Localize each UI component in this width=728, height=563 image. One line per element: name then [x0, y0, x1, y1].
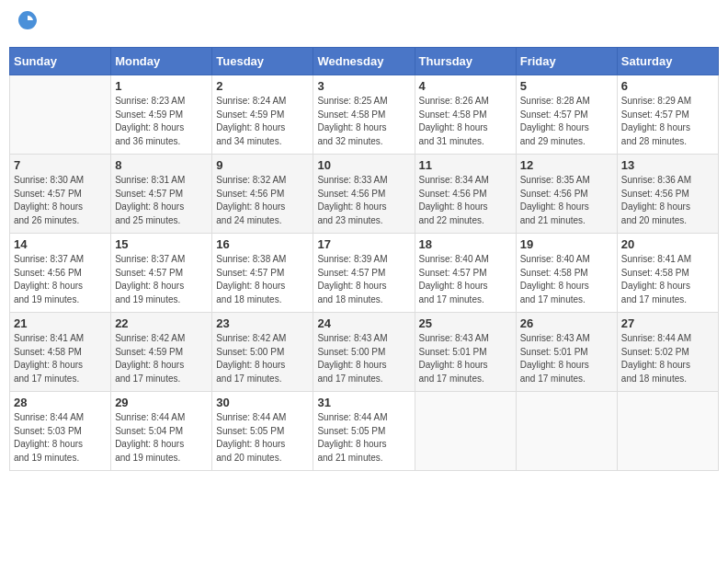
calendar-cell: 12Sunrise: 8:35 AM Sunset: 4:56 PM Dayli… — [516, 155, 617, 234]
calendar-week-row: 28Sunrise: 8:44 AM Sunset: 5:03 PM Dayli… — [10, 392, 719, 471]
day-number: 29 — [115, 396, 208, 409]
calendar-week-row: 21Sunrise: 8:41 AM Sunset: 4:58 PM Dayli… — [10, 313, 719, 392]
day-info: Sunrise: 8:32 AM Sunset: 4:56 PM Dayligh… — [216, 174, 309, 227]
calendar-cell: 25Sunrise: 8:43 AM Sunset: 5:01 PM Dayli… — [415, 313, 516, 392]
day-info: Sunrise: 8:37 AM Sunset: 4:57 PM Dayligh… — [115, 253, 208, 306]
day-info: Sunrise: 8:38 AM Sunset: 4:57 PM Dayligh… — [216, 253, 309, 306]
day-info: Sunrise: 8:43 AM Sunset: 5:01 PM Dayligh… — [520, 332, 613, 385]
day-info: Sunrise: 8:41 AM Sunset: 4:58 PM Dayligh… — [621, 253, 714, 306]
calendar-cell — [617, 392, 718, 471]
calendar-cell: 29Sunrise: 8:44 AM Sunset: 5:04 PM Dayli… — [111, 392, 212, 471]
day-info: Sunrise: 8:44 AM Sunset: 5:05 PM Dayligh… — [317, 411, 410, 465]
day-number: 9 — [216, 158, 309, 172]
calendar-cell: 3Sunrise: 8:25 AM Sunset: 4:58 PM Daylig… — [313, 75, 415, 155]
day-info: Sunrise: 8:36 AM Sunset: 4:56 PM Dayligh… — [621, 174, 714, 227]
page-header — [9, 9, 719, 40]
day-number: 12 — [520, 158, 613, 172]
calendar-cell: 7Sunrise: 8:30 AM Sunset: 4:57 PM Daylig… — [10, 155, 111, 234]
logo — [13, 9, 40, 40]
calendar-cell — [415, 392, 516, 471]
day-header-thursday: Thursday — [415, 48, 516, 75]
day-number: 18 — [419, 237, 512, 251]
day-info: Sunrise: 8:41 AM Sunset: 4:58 PM Dayligh… — [14, 332, 107, 385]
day-info: Sunrise: 8:34 AM Sunset: 4:56 PM Dayligh… — [419, 174, 512, 227]
calendar-cell: 11Sunrise: 8:34 AM Sunset: 4:56 PM Dayli… — [415, 155, 516, 234]
day-number: 3 — [317, 79, 410, 93]
day-number: 10 — [317, 158, 410, 172]
day-header-sunday: Sunday — [10, 48, 111, 75]
day-number: 14 — [14, 237, 107, 251]
calendar-cell: 16Sunrise: 8:38 AM Sunset: 4:57 PM Dayli… — [212, 234, 313, 313]
day-info: Sunrise: 8:31 AM Sunset: 4:57 PM Dayligh… — [115, 174, 208, 227]
day-number: 17 — [317, 237, 410, 251]
calendar-table: SundayMondayTuesdayWednesdayThursdayFrid… — [9, 47, 719, 471]
day-info: Sunrise: 8:40 AM Sunset: 4:57 PM Dayligh… — [419, 253, 512, 306]
calendar-cell: 22Sunrise: 8:42 AM Sunset: 4:59 PM Dayli… — [111, 313, 212, 392]
day-info: Sunrise: 8:42 AM Sunset: 4:59 PM Dayligh… — [115, 332, 208, 385]
day-header-saturday: Saturday — [617, 48, 718, 75]
day-number: 25 — [419, 316, 512, 330]
day-info: Sunrise: 8:43 AM Sunset: 5:00 PM Dayligh… — [317, 332, 410, 385]
calendar-week-row: 14Sunrise: 8:37 AM Sunset: 4:56 PM Dayli… — [10, 234, 719, 313]
day-number: 28 — [14, 396, 107, 409]
day-info: Sunrise: 8:44 AM Sunset: 5:03 PM Dayligh… — [14, 411, 107, 465]
day-info: Sunrise: 8:39 AM Sunset: 4:57 PM Dayligh… — [317, 253, 410, 306]
calendar-cell: 15Sunrise: 8:37 AM Sunset: 4:57 PM Dayli… — [111, 234, 212, 313]
calendar-cell: 23Sunrise: 8:42 AM Sunset: 5:00 PM Dayli… — [212, 313, 313, 392]
day-info: Sunrise: 8:43 AM Sunset: 5:01 PM Dayligh… — [419, 332, 512, 385]
calendar-cell: 21Sunrise: 8:41 AM Sunset: 4:58 PM Dayli… — [10, 313, 111, 392]
day-number: 16 — [216, 237, 309, 251]
day-number: 1 — [115, 79, 208, 93]
day-info: Sunrise: 8:30 AM Sunset: 4:57 PM Dayligh… — [14, 174, 107, 227]
day-number: 8 — [115, 158, 208, 172]
calendar-cell: 24Sunrise: 8:43 AM Sunset: 5:00 PM Dayli… — [313, 313, 415, 392]
day-info: Sunrise: 8:24 AM Sunset: 4:59 PM Dayligh… — [216, 95, 309, 148]
day-number: 23 — [216, 316, 309, 330]
day-number: 5 — [520, 79, 613, 93]
day-info: Sunrise: 8:29 AM Sunset: 4:57 PM Dayligh… — [621, 95, 714, 148]
day-number: 2 — [216, 79, 309, 93]
day-number: 24 — [317, 316, 410, 330]
day-header-friday: Friday — [516, 48, 617, 75]
day-number: 13 — [621, 158, 714, 172]
day-number: 11 — [419, 158, 512, 172]
day-number: 27 — [621, 316, 714, 330]
calendar-cell: 13Sunrise: 8:36 AM Sunset: 4:56 PM Dayli… — [617, 155, 718, 234]
calendar-cell: 27Sunrise: 8:44 AM Sunset: 5:02 PM Dayli… — [617, 313, 718, 392]
day-number: 30 — [216, 396, 309, 409]
day-info: Sunrise: 8:35 AM Sunset: 4:56 PM Dayligh… — [520, 174, 613, 227]
day-info: Sunrise: 8:44 AM Sunset: 5:02 PM Dayligh… — [621, 332, 714, 385]
calendar-cell: 8Sunrise: 8:31 AM Sunset: 4:57 PM Daylig… — [111, 155, 212, 234]
day-header-tuesday: Tuesday — [212, 48, 313, 75]
calendar-cell: 9Sunrise: 8:32 AM Sunset: 4:56 PM Daylig… — [212, 155, 313, 234]
day-info: Sunrise: 8:40 AM Sunset: 4:58 PM Dayligh… — [520, 253, 613, 306]
calendar-cell: 28Sunrise: 8:44 AM Sunset: 5:03 PM Dayli… — [10, 392, 111, 471]
day-number: 31 — [317, 396, 410, 409]
day-header-monday: Monday — [111, 48, 212, 75]
day-number: 26 — [520, 316, 613, 330]
calendar-cell: 5Sunrise: 8:28 AM Sunset: 4:57 PM Daylig… — [516, 75, 617, 155]
day-number: 19 — [520, 237, 613, 251]
calendar-cell: 4Sunrise: 8:26 AM Sunset: 4:58 PM Daylig… — [415, 75, 516, 155]
day-info: Sunrise: 8:25 AM Sunset: 4:58 PM Dayligh… — [317, 95, 410, 148]
calendar-cell: 14Sunrise: 8:37 AM Sunset: 4:56 PM Dayli… — [10, 234, 111, 313]
calendar-cell — [516, 392, 617, 471]
calendar-week-row: 7Sunrise: 8:30 AM Sunset: 4:57 PM Daylig… — [10, 155, 719, 234]
day-info: Sunrise: 8:33 AM Sunset: 4:56 PM Dayligh… — [317, 174, 410, 227]
calendar-header-row: SundayMondayTuesdayWednesdayThursdayFrid… — [10, 48, 719, 75]
day-number: 22 — [115, 316, 208, 330]
day-number: 6 — [621, 79, 714, 93]
day-info: Sunrise: 8:37 AM Sunset: 4:56 PM Dayligh… — [14, 253, 107, 306]
day-number: 4 — [419, 79, 512, 93]
day-number: 21 — [14, 316, 107, 330]
day-info: Sunrise: 8:44 AM Sunset: 5:04 PM Dayligh… — [115, 411, 208, 465]
calendar-cell: 18Sunrise: 8:40 AM Sunset: 4:57 PM Dayli… — [415, 234, 516, 313]
calendar-cell: 6Sunrise: 8:29 AM Sunset: 4:57 PM Daylig… — [617, 75, 718, 155]
day-info: Sunrise: 8:42 AM Sunset: 5:00 PM Dayligh… — [216, 332, 309, 385]
calendar-cell: 30Sunrise: 8:44 AM Sunset: 5:05 PM Dayli… — [212, 392, 313, 471]
logo-icon — [15, 7, 40, 33]
day-info: Sunrise: 8:26 AM Sunset: 4:58 PM Dayligh… — [419, 95, 512, 148]
day-number: 15 — [115, 237, 208, 251]
calendar-cell: 1Sunrise: 8:23 AM Sunset: 4:59 PM Daylig… — [111, 75, 212, 155]
calendar-cell: 17Sunrise: 8:39 AM Sunset: 4:57 PM Dayli… — [313, 234, 415, 313]
